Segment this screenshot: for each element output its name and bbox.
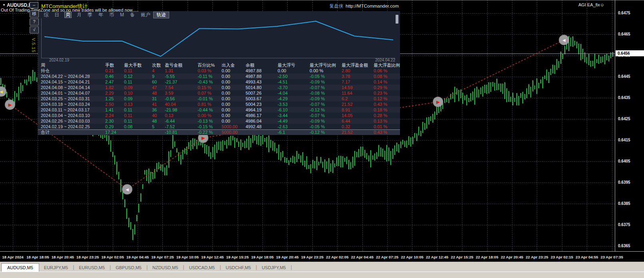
cell-value: 0.18 % (374, 107, 400, 113)
symbol-tab-usdcad[interactable]: USDCAD,M5 (184, 264, 220, 272)
table-row[interactable]: 2024.03.25 ~ 2024.03.311.250.0931-0.56-0… (38, 96, 400, 101)
cell-value: 0.00 (222, 107, 246, 113)
cell-value: 5014.80 (246, 85, 278, 90)
brand-line: 复盘侠http://MTCommander.com (330, 3, 399, 9)
table-header-row: 周手数最大手数次数盈亏金额百分比%出入金余额最大浮亏最大浮亏比例最大浮盈金额最大… (38, 62, 400, 68)
stats-tab-5[interactable]: 季 (87, 12, 93, 18)
cell-value: 60 (152, 79, 165, 85)
balance-line-chart (41, 18, 397, 62)
symbol-tab-gbpusd[interactable]: GBPUSD,M5 (111, 264, 146, 272)
table-row[interactable]: 2024.04.08 ~ 2024.04.141.820.09477.540.1… (38, 85, 400, 90)
cell-value: 0.12 % (374, 96, 400, 101)
mtcommander-stats-panel[interactable]: 综日周月季年币M备账户 轨迹 2024.02.19 2024.04.22 周手数… (38, 11, 400, 135)
cell-value: 0.00 % (198, 113, 222, 118)
panel-scrollbar-thumb[interactable] (396, 15, 398, 24)
stats-tab-9[interactable]: 备 (129, 12, 136, 18)
help-button[interactable]: ? (30, 18, 39, 26)
symbol-tab-usdchf[interactable]: USDCHF,M5 (221, 264, 256, 272)
mt4-chart-window: ◄►◄►►◄ 0.64750.64650.64550.64450.64350.6… (0, 0, 644, 278)
tab-divider: | (291, 264, 292, 272)
ea-status-label[interactable]: AGI EA_fix☺ (578, 2, 604, 7)
stats-tab-10[interactable]: 账户 (140, 12, 151, 18)
table-total-row[interactable]: 合计17.24-10.81-0.22 %5000.00-6.1-0.12 %21… (38, 129, 400, 135)
cell-value: 2.24 (105, 113, 124, 118)
table-row[interactable]: 2024.03.04 ~ 2024.03.102.240.11400.130.0… (38, 113, 400, 118)
table-row[interactable]: 2024.02.26 ~ 2024.03.032.300.1148-6.44-0… (38, 118, 400, 124)
row-period-label: 2024.03.25 ~ 2024.03.31 (41, 96, 105, 101)
trade-marker-close[interactable]: ◄ (559, 35, 569, 45)
move-button[interactable]: 移 (30, 10, 39, 18)
cell-value: -0.01 % (198, 96, 222, 101)
trade-marker-close[interactable]: ◄ (122, 184, 132, 195)
check-button[interactable]: √ (30, 26, 39, 34)
table-row[interactable]: 2024.04.22 ~ 2024.04.280.460.129-5.55-0.… (38, 73, 400, 79)
cell-value: -0.05 % (310, 124, 342, 129)
cell-value: 5000.00 (222, 124, 246, 129)
symbol-tab-eurusd[interactable]: EURUSD,M5 (74, 264, 110, 272)
time-axis-label: 23 Apr 07:35 (601, 255, 623, 259)
window-top-edge (0, 0, 644, 0)
price-axis-label: 0.6465 (618, 32, 630, 36)
time-axis-separator (0, 251, 644, 252)
stats-tab-8[interactable]: M (119, 12, 125, 18)
symbol-tab-audusd[interactable]: AUDUSD,M5 (1, 263, 39, 272)
symbol-tab-usdjpy[interactable]: USDJPY,M5 (257, 264, 290, 272)
time-axis-label: 22 Apr 04:45 (351, 255, 374, 259)
symbol-tab-eurjpy[interactable]: EURJPY,M5 (39, 264, 73, 272)
price-axis-label: 0.6365 (618, 244, 630, 248)
cell-value: 1.41 (105, 107, 124, 113)
stats-tab-1[interactable]: 综 (43, 12, 49, 18)
cell-value: 0.11 (124, 79, 152, 85)
balance-line (44, 21, 393, 56)
cell-value: 0.81 % (198, 101, 222, 107)
table-row[interactable]: 2024.03.11 ~ 2024.03.171.410.1136-21.98-… (38, 107, 400, 113)
cell-value: 0.13 % (374, 118, 400, 124)
trade-marker-sell[interactable]: ► (5, 99, 15, 110)
chevron-down-icon: ▼ (2, 3, 6, 7)
track-button[interactable]: 轨迹 (153, 12, 169, 18)
cell-value: -6.1 (278, 130, 310, 135)
cell-value: 40.04 (165, 101, 198, 107)
stats-tab-4[interactable]: 月 (76, 12, 82, 18)
cell-value: 0.21 (105, 68, 124, 73)
column-header: 最大浮盈比例 (374, 62, 400, 68)
stats-tab-7[interactable]: 币 (108, 12, 115, 18)
table-row[interactable]: 2024.03.18 ~ 2024.03.242.500.134140.040.… (38, 101, 400, 107)
trade-marker-sell[interactable]: ► (433, 97, 443, 107)
row-period-label: 2024.04.15 ~ 2024.04.21 (41, 79, 105, 85)
cell-value: 0.00 (222, 68, 246, 73)
cell-value: -3.53 (278, 101, 310, 107)
cell-value: 5004.23 (246, 101, 278, 107)
table-row[interactable]: 2024.04.15 ~ 2024.04.212.470.1160-21.37-… (38, 79, 400, 85)
column-header: 次数 (152, 62, 165, 68)
version-label: V.5.15 (31, 38, 36, 53)
row-period-label: 2024.03.04 ~ 2024.03.10 (41, 113, 105, 118)
cell-value: 4964.19 (246, 107, 278, 113)
cell-value: 4 (152, 68, 165, 73)
price-axis-label: 0.6375 (618, 222, 630, 227)
cell-value: 7.17 (342, 79, 374, 85)
cell-value: 0.00 (278, 68, 310, 73)
column-header: 最大浮盈金额 (342, 62, 374, 68)
time-axis-label: 19 Apr 07:25 (151, 255, 174, 259)
cell-value: -0.07 % (310, 101, 342, 107)
table-row[interactable]: 持仓0.210.1141.310.03 %0.004987.880.000.00… (38, 68, 400, 73)
time-axis-label: 18 Apr 20:45 (52, 255, 74, 259)
table-row[interactable]: 2024.02.19 ~ 2024.02.250.290.085-7.52-0.… (38, 124, 400, 129)
cell-value: 0.12 (124, 73, 152, 79)
cell-value: -0.08 % (310, 90, 342, 96)
status-bar (0, 272, 644, 278)
time-axis-label: 22 Apr 18:05 (476, 255, 498, 259)
stats-tab-2[interactable]: 日 (54, 12, 60, 18)
cell-value: 0.14 % (374, 79, 400, 85)
stats-tab-3[interactable]: 周 (64, 12, 72, 18)
cell-value: -0.09 % (310, 96, 342, 101)
cell-value: 8.91 (342, 107, 374, 113)
table-row[interactable]: 2024.04.01 ~ 2024.04.072.290.10483.590.0… (38, 90, 400, 96)
stats-tab-6[interactable]: 年 (98, 12, 104, 18)
symbol-tab-nzdusd[interactable]: NZDUSD,M5 (148, 264, 183, 272)
cell-value: 40 (152, 113, 165, 118)
cell-value: 0.07 % (198, 90, 222, 96)
cell-value: 2.80 (342, 68, 374, 73)
cell-value (124, 130, 152, 135)
